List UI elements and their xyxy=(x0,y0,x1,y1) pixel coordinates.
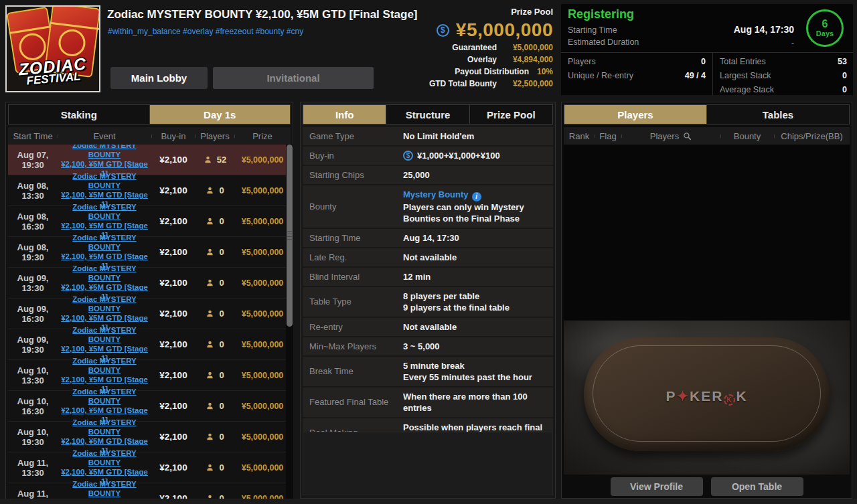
zodiac-festival-logo: ZODIAC FESTIVAL xyxy=(5,5,100,92)
prize-pool-detail-row: GTD Total Bounty ¥2,500,000 xyxy=(375,78,553,90)
prize-cell: ¥5,000,000 xyxy=(234,340,291,349)
start-time-cell: Aug 10,19:30 xyxy=(8,427,58,447)
prize-pool-detail-row: Guaranteed ¥5,000,000 xyxy=(375,41,553,54)
prize-cell: ¥5,000,000 xyxy=(234,248,291,257)
stat-row: Unique / Re-entry 49 / 4 xyxy=(568,69,706,83)
start-time-cell: Aug 11,13:30 xyxy=(8,458,58,478)
players-column-headers: Rank Flag Players Bounty Chips/Prize(BB) xyxy=(564,127,850,145)
prize-cell: ¥5,000,000 xyxy=(234,217,291,226)
stat-row: Average Stack 0 xyxy=(720,83,847,97)
player-icon xyxy=(206,309,214,318)
bottom-strip xyxy=(0,499,857,504)
mystery-bounty-link[interactable]: Mystery Bounty xyxy=(403,189,469,199)
main-lobby-button[interactable]: Main Lobby xyxy=(110,67,208,89)
info-row-table-type: Table Type 8 players per table9 players … xyxy=(303,287,553,317)
tab-staking[interactable]: Staking xyxy=(9,105,150,124)
col-start-time: Start Time xyxy=(8,131,58,141)
col-rank: Rank xyxy=(564,131,595,141)
prize-pool-detail-row: Overlay ¥4,894,000 xyxy=(375,54,553,66)
buyin-cell: ¥2,100 xyxy=(151,401,196,411)
buyin-cell: ¥2,100 xyxy=(151,247,196,257)
players-cell: 0 xyxy=(196,216,234,226)
col-prize: Prize xyxy=(234,131,291,141)
prize-cell: ¥5,000,000 xyxy=(234,186,291,195)
buyin-cell: ¥2,100 xyxy=(151,309,196,319)
info-icon[interactable]: i xyxy=(472,192,481,201)
col-buyin: Buy-in xyxy=(151,131,196,141)
players-cell: 0 xyxy=(196,247,234,257)
info-empty-area xyxy=(303,432,553,495)
player-icon xyxy=(206,217,214,226)
prize-pool-detail-row: Payout Distribution 10% xyxy=(375,66,553,78)
search-icon[interactable] xyxy=(683,132,692,141)
view-profile-button[interactable]: View Profile xyxy=(611,477,703,496)
prize-pool-block: Prize Pool $ ¥5,000,000 Guaranteed ¥5,00… xyxy=(375,7,553,90)
player-icon xyxy=(206,402,214,410)
player-icon xyxy=(204,155,212,164)
prize-cell: ¥5,000,000 xyxy=(234,402,291,411)
starting-time-value: Aug 14, 17:30 xyxy=(734,24,794,35)
prize-cell: ¥5,000,000 xyxy=(234,463,291,473)
scrollbar-thumb[interactable] xyxy=(287,145,293,327)
tab-prize-pool[interactable]: Prize Pool xyxy=(470,105,552,124)
bounty-description: Players can only win Mystery Bounties on… xyxy=(403,201,549,224)
tab-tables[interactable]: Tables xyxy=(707,105,849,124)
start-time-cell: Aug 09,19:30 xyxy=(8,335,58,355)
tab-players[interactable]: Players xyxy=(564,105,707,124)
open-table-button[interactable]: Open Table xyxy=(711,477,803,496)
tournament-hashtags[interactable]: #within_my_balance #overlay #freezeout #… xyxy=(108,27,303,36)
info-row-starting-chips: Starting Chips 25,000 xyxy=(303,166,553,184)
info-row-blind-interval: Blind Interval 12 min xyxy=(303,268,553,286)
divider xyxy=(561,52,853,53)
buyin-cell: ¥2,100 xyxy=(151,370,196,380)
players-cell: 52 xyxy=(196,155,234,165)
info-row-game-type: Game Type No Limit Hold'em xyxy=(303,127,553,145)
player-icon xyxy=(206,432,214,441)
buyin-cell: ¥2,100 xyxy=(151,463,196,473)
stat-row: Players 0 xyxy=(568,55,706,69)
buyin-cell: ¥2,100 xyxy=(151,432,196,442)
tab-structure[interactable]: Structure xyxy=(386,105,469,124)
currency-coin-icon: $ xyxy=(403,151,413,161)
player-icon xyxy=(206,248,214,256)
estimated-duration-label: Estimated Duration xyxy=(568,37,639,47)
info-row-featured-final-table: Featured Final Table When there are more… xyxy=(303,388,553,417)
col-bounty: Bounty xyxy=(720,131,774,141)
tournament-lobby-window: ZODIAC FESTIVAL Zodiac MYSTERY BOUNTY ¥2… xyxy=(0,0,857,504)
players-panel: Players Tables Rank Flag Players Bounty … xyxy=(561,102,852,499)
players-list-empty xyxy=(564,145,850,320)
start-time-cell: Aug 07,19:30 xyxy=(8,150,58,170)
start-time-cell: Aug 10,16:30 xyxy=(8,396,58,416)
scrollbar-track[interactable] xyxy=(286,145,293,504)
pokerok-logo: P✦KERKK xyxy=(564,388,850,406)
divider xyxy=(712,52,713,95)
players-cell: 0 xyxy=(196,401,234,411)
prize-cell: ¥5,000,000 xyxy=(234,371,291,380)
start-time-cell: Aug 08,16:30 xyxy=(8,212,58,232)
schedule-panel: Staking Day 1s Start Time Event Buy-in P… xyxy=(5,102,293,504)
start-time-cell: Aug 08,19:30 xyxy=(8,242,58,262)
start-time-cell: Aug 10,13:30 xyxy=(8,365,58,386)
invitational-button[interactable]: Invitational xyxy=(213,67,374,89)
tab-info[interactable]: Info xyxy=(303,105,386,124)
tab-day1s[interactable]: Day 1s xyxy=(150,105,291,124)
players-cell: 0 xyxy=(196,278,234,288)
schedule-row-list: Aug 07,19:30 Zodiac MYSTERY BOUNTY¥2,100… xyxy=(8,145,291,504)
days-countdown-badge: 6 Days xyxy=(806,9,844,47)
poker-chip-icon: K xyxy=(724,394,735,406)
players-cell: 0 xyxy=(196,185,234,195)
stat-row: Total Entries 53 xyxy=(720,55,847,69)
prize-cell: ¥5,000,000 xyxy=(234,309,291,319)
info-row-re-entry: Re-entry Not available xyxy=(303,318,553,336)
info-row-starting-time: Starting Time Aug 14, 17:30 xyxy=(303,229,553,247)
buyin-cell: ¥2,100 xyxy=(151,185,196,195)
page-title: Zodiac MYSTERY BOUNTY ¥2,100, ¥5M GTD [F… xyxy=(107,8,418,21)
estimated-duration-value: - xyxy=(791,37,794,48)
info-row-break-time: Break Time 5 minute breakEvery 55 minute… xyxy=(303,357,553,386)
players-cell: 0 xyxy=(196,339,234,349)
players-cell: 0 xyxy=(196,463,234,473)
table-preview-image: P✦KERKK xyxy=(564,321,850,475)
player-icon xyxy=(206,278,214,287)
col-players: Players xyxy=(621,131,720,141)
start-time-cell: Aug 09,16:30 xyxy=(8,304,58,324)
